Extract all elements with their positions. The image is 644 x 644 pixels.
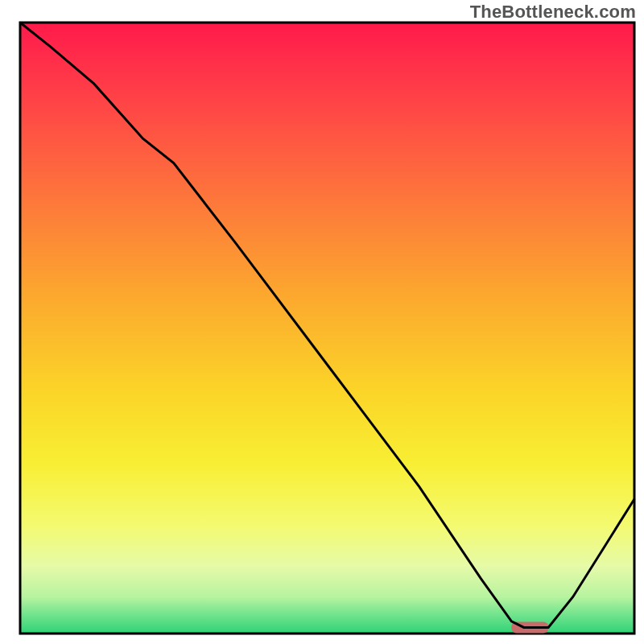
bottleneck-chart — [0, 0, 644, 644]
chart-container: { "watermark": "TheBottleneck.com", "cha… — [0, 0, 644, 644]
gradient-background — [20, 23, 634, 634]
watermark-text: TheBottleneck.com — [470, 2, 636, 23]
